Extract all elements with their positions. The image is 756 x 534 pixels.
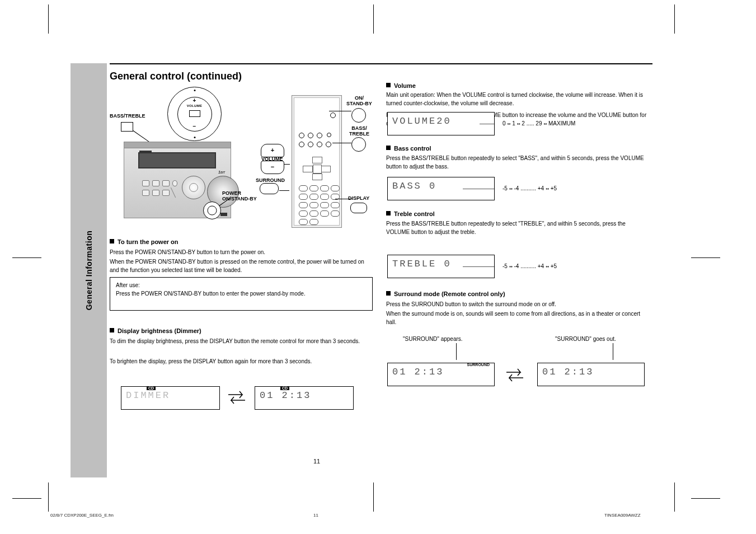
remote-control: [292, 95, 342, 228]
title-rule: [110, 63, 652, 64]
product-illustration: BASS/TREBLE VOLUME + − 1BIT: [110, 81, 378, 224]
body-power-sub: When the POWER ON/STAND-BY button is pre…: [110, 255, 373, 274]
label-display-remote: DISPLAY: [348, 196, 369, 202]
footer-page: 11: [313, 513, 318, 518]
volume-dial: VOLUME + −: [167, 87, 222, 141]
bass-treble-box-icon: [121, 122, 133, 132]
heading-volume: Volume: [386, 82, 416, 89]
body-surround-1: Press the SURROUND button to switch the …: [386, 300, 649, 308]
annot-bass: -5 ↔ -4 .......... +4 ↔ +5: [503, 185, 557, 191]
sidebar: General Information: [71, 63, 107, 477]
swap-arrows-icon: [226, 389, 248, 406]
lcd-volume: VOLUME20: [387, 112, 495, 135]
heading-brightness: Display brightness (Dimmer): [110, 327, 201, 334]
page-number: 11: [313, 458, 320, 465]
body-surround-2: When the surround mode is on, sounds wil…: [386, 310, 649, 326]
volume-dial-label: VOLUME: [187, 104, 202, 107]
heading-treble: Treble control: [386, 210, 435, 217]
swap-arrows-icon: [504, 367, 526, 383]
footer-code: 02/8/7 CDXP200E_SEEG_E.fm: [50, 513, 114, 518]
note-box: After use: Press the POWER ON/STAND-BY b…: [110, 277, 373, 311]
heading-bass: Bass control: [386, 145, 431, 152]
body-volume-main: Main unit operation: When the VOLUME con…: [386, 91, 649, 107]
sidebar-title: General Information: [84, 231, 93, 311]
on-standby-button-icon: [351, 108, 366, 123]
volume-plus-icon: +: [193, 97, 196, 104]
label-on-standby: ON/ STAND-BY: [346, 96, 372, 107]
power-knob: [203, 202, 221, 219]
body-treble: Press the BASS/TREBLE button repeatedly …: [386, 219, 649, 236]
surround-button-icon: [260, 183, 279, 194]
volume-up-button-icon: +: [261, 144, 284, 157]
heading-surround: Surround mode (Remote control only): [386, 291, 505, 297]
footer-date: TINSEA009AWZZ: [604, 513, 641, 518]
bass-treble-label: BASS/TREBLE: [110, 114, 145, 119]
heading-power-on: To turn the power on: [110, 238, 179, 245]
lcd-bass: BASS 0: [387, 177, 495, 200]
annot-surround-off: "SURROUND" goes out.: [555, 336, 616, 342]
body-brightness-1: To dim the display brightness, press the…: [110, 337, 373, 345]
label-bass-treble-remote: BASS/ TREBLE: [349, 126, 369, 137]
annot-surround-on: "SURROUND" appears.: [403, 336, 463, 342]
display-button-icon: [350, 203, 367, 213]
body-bass: Press the BASS/TREBLE button repeatedly …: [386, 154, 649, 171]
body-brightness-2: To brighten the display, press the DISPL…: [110, 357, 373, 366]
note-text: After use: Press the POWER ON/STAND-BY b…: [116, 281, 367, 298]
annot-treble: -5 ↔ -4 .......... +4 ↔ +5: [503, 263, 557, 269]
lcd-surround-off: 01 2:13: [537, 363, 645, 386]
lcd-surround-on: SURROUND 01 2:13: [387, 363, 495, 386]
lcd-cd-play-1: CD 01 2:13: [255, 386, 354, 410]
volume-down-button-icon: −: [261, 161, 284, 174]
lcd-dimmer: CD DIMMER: [121, 386, 220, 410]
annot-volume: 0 ↔ 1 ↔ 2 ..... 29 ↔ MAXIMUM: [503, 120, 575, 127]
volume-minus-icon: −: [193, 123, 196, 129]
lcd-treble: TREBLE 0: [387, 255, 495, 278]
bass-treble-button-icon: [351, 137, 366, 152]
page-title: General control (continued): [110, 71, 242, 82]
